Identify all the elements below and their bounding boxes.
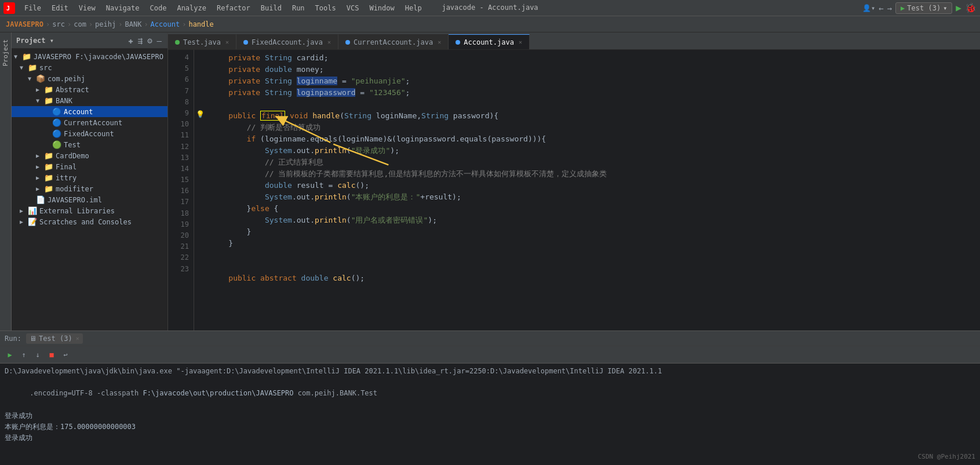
breadcrumb-bank[interactable]: BANK bbox=[125, 20, 141, 28]
window-title: javacode - Account.java bbox=[442, 3, 538, 12]
code-line-14: // 当前模板的子类都需要结算利息,但是结算利息的方法不一样具体如何算模板不清楚… bbox=[210, 168, 980, 180]
tab-label-fixed: FixedAccount.java bbox=[252, 38, 323, 46]
file-icon: 📄 bbox=[36, 195, 45, 204]
sidebar-strip: Project bbox=[0, 32, 12, 330]
tree-item-fixedaccount[interactable]: 🔵 FixedAccount bbox=[12, 128, 167, 139]
breadcrumb-root[interactable]: JAVASEPRO bbox=[6, 20, 43, 28]
user-icon[interactable]: 👤▾ bbox=[862, 4, 875, 12]
line-numbers: 4 5 6 7 8 9 10 11 12 13 14 15 16 17 18 1… bbox=[168, 50, 194, 330]
scroll-up-button[interactable]: ↑ bbox=[19, 350, 29, 360]
scroll-down-button[interactable]: ↓ bbox=[32, 350, 43, 360]
menu-vcs[interactable]: VCS bbox=[342, 3, 364, 13]
tree-item-extlibs[interactable]: ▶ 📊 External Libraries bbox=[12, 205, 167, 216]
tab-close-test[interactable]: ✕ bbox=[225, 39, 229, 45]
tab-close-fixed[interactable]: ✕ bbox=[327, 39, 331, 45]
wrap-button[interactable]: ↩ bbox=[60, 350, 71, 360]
debug-button[interactable]: 🐞 bbox=[965, 2, 977, 13]
expand-arrow: ▼ bbox=[36, 97, 44, 104]
menu-file[interactable]: File bbox=[20, 3, 46, 13]
tree-item-compeihj[interactable]: ▼ 📦 com.peihj bbox=[12, 73, 167, 84]
expand-arrow: ▶ bbox=[36, 164, 44, 170]
tree-item-account[interactable]: 🔵 Account bbox=[12, 106, 167, 117]
menu-analyze[interactable]: Analyze bbox=[172, 3, 211, 13]
console-header: ▶ ↑ ↓ ■ ↩ bbox=[0, 346, 980, 364]
code-line-18: System.out.println("用户名或者密码错误"); bbox=[210, 215, 980, 226]
tree-label: CardDemo bbox=[56, 152, 89, 160]
test-icon: 🟢 bbox=[52, 140, 61, 149]
tree-item-test[interactable]: 🟢 Test bbox=[12, 139, 167, 150]
tab-currentaccount[interactable]: CurrentAccount.java ✕ bbox=[338, 34, 449, 49]
tree-item-modifiter[interactable]: ▶ 📁 modifiter bbox=[12, 183, 167, 194]
code-content[interactable]: private String cardid; private double mo… bbox=[206, 50, 980, 330]
hide-icon[interactable]: — bbox=[156, 36, 163, 45]
tree-item-bank[interactable]: ▼ 📁 BANK bbox=[12, 95, 167, 106]
expand-arrow: ▼ bbox=[14, 53, 22, 60]
code-line-21 bbox=[210, 249, 980, 261]
menu-code[interactable]: Code bbox=[145, 3, 172, 13]
breadcrumb-peihj[interactable]: peihj bbox=[95, 20, 116, 28]
breadcrumb-src[interactable]: src bbox=[52, 20, 65, 28]
editor-gutter: 💡 bbox=[194, 50, 206, 330]
breadcrumb-account[interactable]: Account bbox=[151, 20, 180, 28]
run-tab-label: Test (3) bbox=[39, 335, 72, 343]
run-config-button[interactable]: ▶ Test (3) ▾ bbox=[895, 2, 952, 14]
run-tab-icon: 🖥 bbox=[30, 335, 37, 343]
folder-icon: 📁 bbox=[44, 162, 53, 171]
lib-icon: 📊 bbox=[28, 206, 37, 215]
tree-label: Scratches and Consoles bbox=[39, 218, 132, 226]
tab-test[interactable]: Test.java ✕ bbox=[168, 34, 236, 49]
folder-icon: 📁 bbox=[44, 151, 53, 160]
menu-navigate[interactable]: Navigate bbox=[101, 3, 144, 13]
code-line-19: } bbox=[210, 226, 980, 238]
tree-label: src bbox=[39, 64, 52, 72]
menu-help[interactable]: Help bbox=[400, 3, 427, 13]
run-tab-close[interactable]: ✕ bbox=[76, 335, 79, 342]
run-button[interactable]: ▶ bbox=[956, 2, 961, 13]
console-classpath-link[interactable]: F:\javacode\out\production\JAVASEPRO bbox=[143, 389, 293, 397]
tab-close-current[interactable]: ✕ bbox=[438, 39, 441, 45]
console-output-1: 登录成功 bbox=[5, 410, 975, 422]
run-tab[interactable]: 🖥 Test (3) ✕ bbox=[26, 333, 83, 344]
new-file-icon[interactable]: ✚ bbox=[127, 36, 134, 45]
class-icon: 🔵 bbox=[52, 118, 61, 127]
tree-item-src[interactable]: ▼ 📁 src bbox=[12, 62, 167, 73]
nav-forward[interactable]: → bbox=[887, 3, 892, 13]
tree-item-abstract[interactable]: ▶ 📁 Abstract bbox=[12, 84, 167, 95]
breadcrumb-com[interactable]: com bbox=[74, 20, 86, 28]
menu-build[interactable]: Build bbox=[256, 3, 286, 13]
tab-fixedaccount[interactable]: FixedAccount.java ✕ bbox=[236, 34, 338, 49]
console-encoding-text: .encoding=UTF-8 -classpath bbox=[30, 389, 143, 397]
tree-item-scratches[interactable]: ▶ 📝 Scratches and Consoles bbox=[12, 216, 167, 227]
project-strip-label[interactable]: Project bbox=[2, 39, 9, 66]
menu-refactor[interactable]: Refactor bbox=[212, 3, 255, 13]
menu-edit[interactable]: Edit bbox=[47, 3, 73, 13]
console-cmd-line2: .encoding=UTF-8 -classpath F:\javacode\o… bbox=[5, 377, 975, 410]
app-logo: J bbox=[3, 2, 15, 14]
tree-item-iml[interactable]: 📄 JAVASEPRO.iml bbox=[12, 194, 167, 205]
menu-view[interactable]: View bbox=[74, 3, 100, 13]
tree-label: CurrentAccount bbox=[64, 119, 122, 127]
menu-run[interactable]: Run bbox=[287, 3, 309, 13]
tab-account[interactable]: Account.java ✕ bbox=[449, 34, 530, 49]
code-line-5: private double money; bbox=[210, 64, 980, 75]
menu-tools[interactable]: Tools bbox=[311, 3, 341, 13]
tree-item-currentaccount[interactable]: 🔵 CurrentAccount bbox=[12, 117, 167, 128]
code-line-7: private String loginpassword = "123456"; bbox=[210, 87, 980, 99]
tree-label: ittry bbox=[56, 174, 76, 182]
tree-item-carddemo[interactable]: ▶ 📁 CardDemo bbox=[12, 150, 167, 161]
tree-label: modifiter bbox=[56, 185, 93, 193]
stop-button[interactable]: ■ bbox=[46, 350, 57, 360]
run-play-button[interactable]: ▶ bbox=[5, 350, 15, 360]
collapse-all-icon[interactable]: ⇶ bbox=[137, 36, 144, 45]
class-icon: 🔵 bbox=[52, 107, 61, 116]
tree-item-ittry[interactable]: ▶ 📁 ittry bbox=[12, 172, 167, 183]
tab-close-account[interactable]: ✕ bbox=[519, 39, 522, 45]
code-line-9: public final void handle(String loginNam… bbox=[210, 110, 980, 122]
nav-back[interactable]: ← bbox=[879, 3, 883, 13]
code-line-11: if (loginname.equals(loginName)&(loginpa… bbox=[210, 133, 980, 145]
tree-item-javasepro[interactable]: ▼ 📁 JAVASEPRO F:\javacode\JAVASEPRO bbox=[12, 51, 167, 62]
tree-item-final[interactable]: ▶ 📁 Final bbox=[12, 161, 167, 172]
settings-icon[interactable]: ⚙ bbox=[146, 36, 153, 45]
breadcrumb-handle[interactable]: handle bbox=[188, 20, 213, 28]
menu-window[interactable]: Window bbox=[365, 3, 399, 13]
